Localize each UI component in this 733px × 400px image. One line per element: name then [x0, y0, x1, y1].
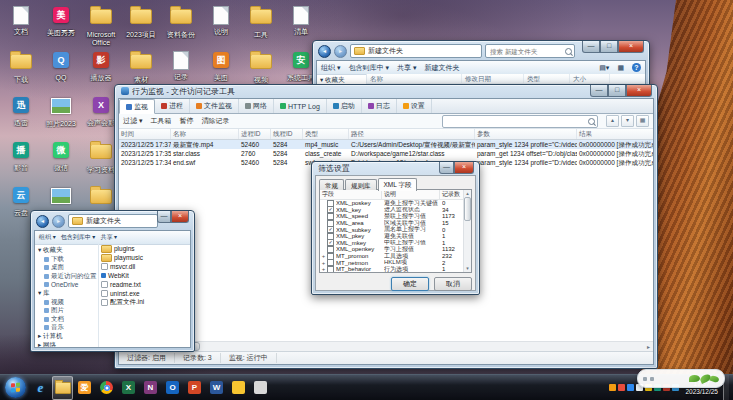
view-grid-button[interactable]: ▦	[636, 115, 649, 127]
column-header[interactable]: 进程ID	[239, 129, 271, 139]
maximize-icon[interactable]: □	[600, 41, 618, 53]
column-header[interactable]: 类型	[303, 129, 349, 139]
monitor-tab-3[interactable]: 文件监视	[190, 99, 239, 113]
toolbar-button[interactable]: 共享 ▾	[397, 63, 416, 73]
ok-button[interactable]: 确定	[391, 277, 429, 291]
table-row[interactable]: 2023/12/25 17:35star.class27605284class_…	[119, 149, 653, 158]
address-bar[interactable]: 新建文件夹	[68, 214, 158, 228]
tray-icon[interactable]	[618, 384, 625, 391]
dialog-row[interactable]: ✓XML_key进入监视状态34	[320, 207, 471, 214]
dialog-row[interactable]: XML_speed禁联上报学习值1173	[320, 213, 471, 220]
taskbar-app-chrome[interactable]	[96, 375, 117, 400]
horizontal-scrollbar[interactable]: ◂ ▸	[119, 341, 653, 351]
toolbar-button[interactable]: 包含到库中 ▾	[348, 63, 388, 73]
nav-section[interactable]: ▾ 库	[38, 289, 98, 298]
checkbox[interactable]	[327, 213, 334, 220]
taskbar-app-ie[interactable]: e	[30, 375, 51, 400]
list-item[interactable]: 配置文件.ini	[99, 298, 190, 307]
column-header[interactable]: 名称	[367, 74, 462, 83]
desktop-icon[interactable]: 下载	[2, 49, 40, 91]
toolbar-button[interactable]: 过滤 ▾	[123, 116, 142, 126]
column-header[interactable]: 大小	[570, 74, 610, 83]
expand-toggle[interactable]: +	[320, 253, 327, 259]
close-icon[interactable]: ×	[618, 41, 644, 53]
scroll-right-icon[interactable]: ▸	[644, 343, 653, 350]
vertical-scrollbar[interactable]: ▴ ▾	[463, 190, 471, 272]
forward-button[interactable]: ▸	[52, 215, 65, 228]
nav-section[interactable]: ▾ 收藏夹	[38, 246, 98, 255]
desktop-icon[interactable]: 资料备份	[162, 4, 200, 46]
desktop-icon[interactable]: 文档	[2, 4, 40, 46]
dialog-row[interactable]: +MT_netmonHKLM项2	[320, 259, 471, 266]
taskbar-app-app[interactable]: N	[140, 375, 161, 400]
desktop-icon[interactable]: 2023项目	[122, 4, 160, 46]
address-bar[interactable]: 新建文件夹	[350, 44, 482, 58]
checkbox[interactable]	[327, 246, 334, 253]
column-header[interactable]: 结果	[577, 129, 653, 139]
list-item[interactable]: plugins	[99, 244, 190, 253]
nav-item[interactable]: 最近访问的位置	[38, 272, 98, 281]
toolbar-button[interactable]: 包含到库中 ▾	[61, 233, 96, 242]
toolbar-button[interactable]: 新建文件夹	[424, 63, 459, 73]
expand-toggle[interactable]: +	[320, 260, 327, 266]
filter-search-box[interactable]	[442, 115, 598, 128]
dialog-row[interactable]: +MT_behavior行为选项1	[320, 266, 471, 273]
close-icon[interactable]: ×	[454, 162, 474, 174]
monitor-tab-5[interactable]: HTTP Log	[274, 99, 327, 113]
close-icon[interactable]: ×	[626, 85, 652, 97]
dialog-row[interactable]: XML_poskey避免上报学习关键值0	[320, 200, 471, 207]
sort-desc-button[interactable]: ▾	[621, 115, 634, 127]
column-header[interactable]: 路径	[349, 129, 475, 139]
monitor-tab-6[interactable]: 启动	[327, 99, 362, 113]
nav-section[interactable]: ▸ 计算机	[38, 332, 98, 341]
toolbar-button[interactable]: 共享 ▾	[100, 233, 117, 242]
checkbox[interactable]	[327, 253, 334, 260]
list-item[interactable]: playmusic	[99, 253, 190, 262]
scrollbar-thumb[interactable]	[464, 197, 471, 221]
cancel-button[interactable]: 取消	[434, 277, 472, 291]
nav-item[interactable]: 下载	[38, 255, 98, 264]
forward-button[interactable]: ▸	[334, 45, 347, 58]
column-header[interactable]: 时间	[119, 129, 171, 139]
desktop-icon[interactable]: 工具	[242, 4, 280, 46]
desktop-icon[interactable]: 美美图秀秀	[42, 4, 80, 46]
taskbar-app-app[interactable]: O	[162, 375, 183, 400]
desktop-icon[interactable]: QQQ	[42, 49, 80, 91]
toolbar-button[interactable]: 组织 ▾	[39, 233, 56, 242]
taskbar-app-app[interactable]: W	[206, 375, 227, 400]
help-icon[interactable]: ?	[632, 63, 641, 72]
desktop-icon[interactable]: 播影音	[2, 139, 40, 181]
dialog-row[interactable]: XML_openkey学习上报值1132	[320, 246, 471, 253]
monitor-tab-8[interactable]: 设置	[397, 99, 432, 113]
monitor-tab-1[interactable]: 监视	[119, 99, 155, 114]
list-item[interactable]: readme.txt	[99, 280, 190, 289]
search-box[interactable]	[485, 44, 575, 58]
list-item[interactable]: uninst.exe	[99, 289, 190, 298]
scroll-down-icon[interactable]: ▾	[466, 265, 469, 272]
column-header[interactable]: 类型	[524, 74, 570, 83]
dialog-row[interactable]: ✓XML_mkey中联上报学习值1	[320, 240, 471, 247]
nav-section[interactable]: ▸ 网络	[38, 341, 98, 347]
column-header[interactable]: 说明	[382, 190, 440, 199]
back-button[interactable]: ◂	[36, 215, 49, 228]
list-item[interactable]: msvcr.dll	[99, 262, 190, 271]
column-header[interactable]: 修改日期	[462, 74, 524, 83]
toolbar-button[interactable]: 组织 ▾	[321, 63, 340, 73]
checkbox[interactable]	[327, 266, 334, 273]
monitor-tab-7[interactable]: 日志	[362, 99, 397, 113]
tray-icon[interactable]	[627, 384, 634, 391]
tray-icon[interactable]	[609, 384, 616, 391]
desktop-icon[interactable]: 说明	[202, 4, 240, 46]
taskbar-app-app[interactable]: X	[118, 375, 139, 400]
taskbar-app-app[interactable]: P	[184, 375, 205, 400]
column-header[interactable]: 线程ID	[271, 129, 303, 139]
scroll-up-icon[interactable]: ▴	[466, 190, 469, 197]
minimize-icon[interactable]: —	[439, 162, 454, 174]
column-header[interactable]: 参数	[475, 129, 577, 139]
table-row[interactable]: 2023/12/25 17:37最新宣传.mp4524605284mp4_mus…	[119, 140, 653, 149]
minimize-icon[interactable]: —	[157, 211, 171, 223]
checkbox[interactable]: ✓	[327, 207, 334, 214]
checkbox[interactable]	[327, 220, 334, 227]
taskbar-app-explorer[interactable]	[52, 376, 73, 400]
start-button[interactable]	[5, 377, 26, 398]
